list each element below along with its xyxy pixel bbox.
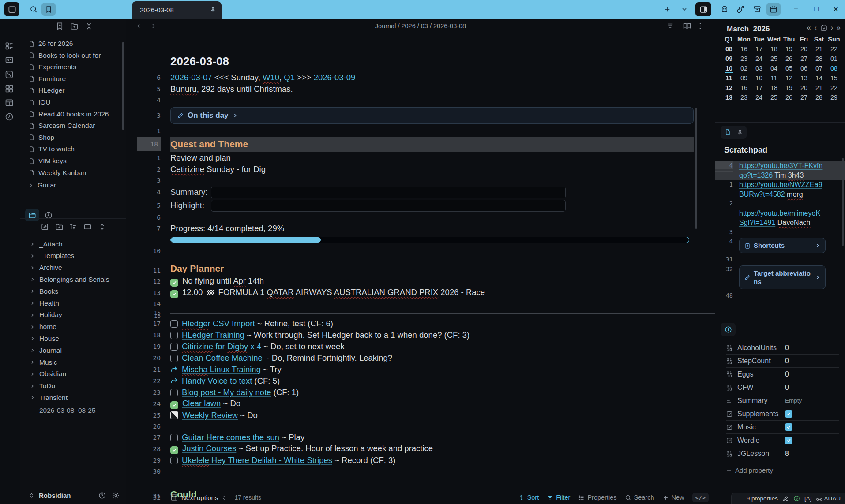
task-row[interactable]: 20Clean Coffee Machine ~ Do, Remind Fort… bbox=[126, 352, 715, 364]
task-checkbox[interactable] bbox=[170, 434, 178, 441]
property-name[interactable]: Music bbox=[737, 423, 785, 431]
property-value[interactable]: 0 bbox=[785, 370, 789, 378]
calendar-day[interactable]: 23 bbox=[736, 94, 751, 101]
task-row[interactable]: 12No flying until Apr 14th bbox=[126, 276, 715, 287]
close-button[interactable]: ✕ bbox=[828, 0, 843, 19]
calendar-day[interactable]: 26 bbox=[781, 94, 796, 101]
task-row[interactable]: 22Handy Voice to text (CF: 5) bbox=[126, 375, 715, 387]
on-this-day-button[interactable]: On this day bbox=[170, 107, 694, 124]
folder-item-transient[interactable]: Transient bbox=[20, 392, 126, 403]
view-switcher-icon[interactable] bbox=[222, 495, 227, 500]
filter-icon[interactable] bbox=[666, 22, 674, 30]
field-input[interactable] bbox=[211, 200, 566, 212]
calendar-day[interactable]: 15 bbox=[826, 75, 841, 82]
task-row[interactable]: 23Blog post - My daily note (CF: 1) bbox=[126, 387, 715, 398]
toolbar-new-button[interactable]: New bbox=[662, 494, 684, 501]
task-checkbox[interactable] bbox=[170, 332, 178, 339]
go-today-icon[interactable] bbox=[820, 24, 827, 31]
expand-collapse-icon[interactable] bbox=[98, 223, 106, 231]
internal-link[interactable]: Linux Training bbox=[208, 365, 261, 374]
calendar-day[interactable]: 06 bbox=[796, 65, 811, 72]
spellcheck-status[interactable]: AUAU bbox=[816, 495, 841, 502]
internal-link[interactable]: https://youtu.be/miimeyoK bbox=[739, 209, 820, 217]
week-number[interactable]: 11 bbox=[721, 75, 736, 82]
table-view-icon[interactable] bbox=[170, 494, 178, 501]
bookmark-plus-icon[interactable] bbox=[56, 22, 64, 30]
internal-link[interactable]: Justin Courses bbox=[182, 444, 236, 453]
more-options-icon[interactable] bbox=[696, 22, 704, 30]
toolbar-filter-button[interactable]: Filter bbox=[547, 494, 570, 501]
task-row[interactable]: 25Weekly Review ~ Do bbox=[126, 410, 715, 421]
layout-grid-icon[interactable] bbox=[5, 84, 14, 93]
calendar-day[interactable]: 24 bbox=[751, 55, 766, 62]
panel-scrollbar[interactable] bbox=[842, 158, 844, 246]
forward-arrow-icon[interactable] bbox=[170, 366, 178, 373]
bookmarks-button[interactable] bbox=[41, 3, 56, 16]
internal-link[interactable]: Citirizine bbox=[182, 342, 213, 351]
calendar-day[interactable]: 16 bbox=[736, 45, 751, 52]
calendar-day[interactable]: 28 bbox=[811, 55, 826, 62]
property-value[interactable]: Empty bbox=[785, 397, 802, 404]
calendar-day[interactable]: 24 bbox=[751, 94, 766, 101]
internal-link[interactable]: 2026-03-09 bbox=[314, 73, 356, 82]
property-name[interactable]: JGLesson bbox=[737, 450, 785, 458]
folder-item-journal[interactable]: Journal bbox=[20, 344, 126, 356]
calendar-day-today[interactable]: 08 bbox=[826, 65, 841, 72]
folder-item-_attach[interactable]: _Attach bbox=[20, 238, 126, 250]
card-icon[interactable] bbox=[5, 56, 14, 64]
breadcrumb[interactable]: Journal / 2026 / 03 / 2026-03-08 bbox=[126, 22, 715, 30]
calendar-day[interactable]: 22 bbox=[826, 45, 841, 52]
maximize-button[interactable]: □ bbox=[809, 0, 824, 19]
search-button[interactable] bbox=[26, 3, 41, 16]
internal-link[interactable]: https://youtu.be/3VT-FKvfn bbox=[739, 162, 822, 169]
internal-link[interactable]: Blog post - My daily note bbox=[182, 388, 271, 397]
auto-reveal-icon[interactable] bbox=[83, 223, 92, 231]
calendar-day[interactable]: 25 bbox=[766, 94, 781, 101]
next-year-icon[interactable]: » bbox=[837, 24, 841, 32]
prev-year-icon[interactable]: « bbox=[807, 24, 811, 32]
calendar-day[interactable]: 20 bbox=[796, 84, 811, 91]
calendar-day[interactable]: 04 bbox=[766, 65, 781, 72]
sort-icon[interactable] bbox=[69, 223, 77, 231]
clock-icon[interactable] bbox=[5, 112, 14, 121]
calendar-day[interactable]: 19 bbox=[781, 84, 796, 91]
task-checkbox[interactable] bbox=[170, 389, 178, 396]
calendar-day[interactable]: 21 bbox=[811, 45, 826, 52]
bookmark-item[interactable]: Furniture bbox=[20, 73, 126, 85]
folder-item-home[interactable]: home bbox=[20, 321, 126, 333]
task-row[interactable]: 28Justin Courses ~ Set up Practice. Hour… bbox=[126, 443, 715, 455]
calendar-day[interactable]: 02 bbox=[736, 65, 751, 72]
calendar-day[interactable]: 18 bbox=[766, 45, 781, 52]
files-tab-button[interactable] bbox=[25, 209, 39, 221]
bookmark-item[interactable]: Sarcasm Calendar bbox=[20, 120, 126, 131]
internal-link[interactable]: Clean Coffee Machine bbox=[182, 353, 263, 362]
property-value[interactable]: 0 bbox=[785, 357, 789, 365]
internal-link[interactable]: https://youtu.be/NWZZEa9 bbox=[739, 181, 822, 188]
toolbar-sort-button[interactable]: Sort bbox=[518, 494, 539, 501]
task-row[interactable]: 19Citirizine for Digby x 4 ~ Do, set to … bbox=[126, 341, 715, 352]
pin-icon[interactable] bbox=[210, 7, 216, 13]
new-folder-icon[interactable] bbox=[55, 223, 64, 231]
folder-item-music[interactable]: Music bbox=[20, 356, 126, 368]
internal-link[interactable]: CSV Import bbox=[210, 319, 255, 328]
file-item[interactable]: 2026-03-08_08-25 bbox=[20, 404, 126, 416]
bookmark-group-guitar[interactable]: Guitar bbox=[20, 179, 126, 191]
folder-item-house[interactable]: House bbox=[20, 332, 126, 344]
sync-check-icon[interactable] bbox=[793, 495, 800, 502]
property-name[interactable]: Wordle bbox=[737, 437, 785, 444]
internal-link[interactable]: HLedger Training bbox=[182, 330, 244, 340]
calendar-day[interactable]: 13 bbox=[796, 75, 811, 82]
field-input[interactable] bbox=[211, 187, 566, 198]
internal-link[interactable]: qo?t=1326 bbox=[739, 172, 773, 179]
calendar-day[interactable]: 12 bbox=[781, 75, 796, 82]
new-tab-button[interactable] bbox=[660, 3, 674, 16]
shortcuts-button[interactable]: Shortcuts bbox=[739, 238, 826, 253]
property-name[interactable]: CFW bbox=[737, 384, 785, 392]
calendar-day[interactable]: 26 bbox=[781, 55, 796, 62]
bookmark-item[interactable]: Books to look out for bbox=[20, 50, 126, 61]
task-row[interactable]: 18HLedger Training ~ Work through. Set H… bbox=[126, 329, 715, 341]
bookmark-item[interactable]: Read 40 books in 2026 bbox=[20, 108, 126, 120]
calendar-day[interactable]: 28 bbox=[811, 94, 826, 101]
bookmark-item[interactable]: IOU bbox=[20, 97, 126, 108]
property-name[interactable]: Summary bbox=[737, 397, 785, 405]
